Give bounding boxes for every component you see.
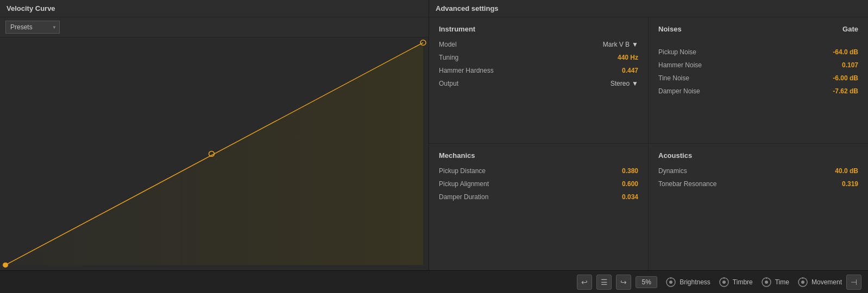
pickup-noise-row: Pickup Noise -64.0 dB <box>658 48 858 56</box>
tine-noise-label: Tine Noise <box>658 74 689 82</box>
dynamics-value[interactable]: 40.0 dB <box>835 167 858 175</box>
timbre-group: Timbre <box>718 276 753 288</box>
timbre-knob[interactable] <box>718 276 730 288</box>
movement-knob[interactable] <box>797 276 809 288</box>
main-content: Velocity Curve Presets Linear Soft Hard <box>0 0 868 270</box>
menu-button[interactable]: ☰ <box>596 275 612 290</box>
undo-button[interactable]: ↩ <box>577 275 592 290</box>
model-arrow: ▼ <box>632 41 638 48</box>
movement-group: Movement <box>797 276 842 288</box>
tine-noise-row: Tine Noise -6.00 dB <box>658 74 858 82</box>
tonebar-resonance-row: Tonebar Resonance 0.319 <box>658 180 858 188</box>
model-dropdown[interactable]: Mark V B ▼ <box>603 41 638 48</box>
model-row: Model Mark V B ▼ <box>439 41 638 48</box>
damper-duration-value[interactable]: 0.034 <box>622 193 638 201</box>
svg-point-15 <box>801 281 804 284</box>
velocity-curve-title: Velocity Curve <box>0 0 429 17</box>
noises-header: Noises <box>658 25 682 33</box>
pickup-distance-row: Pickup Distance 0.380 <box>439 167 638 175</box>
damper-noise-value[interactable]: -7.62 dB <box>833 87 858 95</box>
output-dropdown[interactable]: Stereo ▼ <box>611 80 638 87</box>
hammer-hardness-label: Hammer Hardness <box>439 67 494 74</box>
damper-noise-row: Damper Noise -7.62 dB <box>658 87 858 95</box>
menu-icon: ☰ <box>601 278 608 286</box>
presets-bar: Presets Linear Soft Hard <box>0 17 429 37</box>
svg-point-9 <box>722 281 726 284</box>
svg-point-6 <box>669 281 672 284</box>
presets-wrapper: Presets Linear Soft Hard <box>5 21 60 34</box>
end-handle-button[interactable]: ⊣ <box>846 275 861 290</box>
brightness-group: Brightness <box>665 276 710 288</box>
brightness-label: Brightness <box>680 278 710 286</box>
brightness-knob[interactable] <box>665 276 677 288</box>
tonebar-resonance-value[interactable]: 0.319 <box>842 180 858 188</box>
noises-section: Noises Gate Pickup Noise -64.0 dB Hammer… <box>649 17 868 144</box>
time-knob[interactable] <box>760 276 772 288</box>
svg-point-3 <box>420 40 426 46</box>
pickup-alignment-row: Pickup Alignment 0.600 <box>439 180 638 188</box>
model-value: Mark V B <box>603 41 630 48</box>
right-panel: Advanced settings Instrument Model Mark … <box>429 0 868 270</box>
redo-button[interactable]: ↪ <box>616 275 631 290</box>
dynamics-row: Dynamics 40.0 dB <box>658 167 858 175</box>
redo-icon: ↪ <box>620 278 627 286</box>
timbre-label: Timbre <box>733 278 753 286</box>
pickup-distance-value[interactable]: 0.380 <box>622 167 638 175</box>
tine-noise-value[interactable]: -6.00 dB <box>833 74 858 82</box>
hammer-noise-row: Hammer Noise 0.107 <box>658 61 858 69</box>
advanced-settings-title: Advanced settings <box>429 0 868 17</box>
hammer-noise-value[interactable]: 0.107 <box>842 61 858 69</box>
damper-noise-label: Damper Noise <box>658 87 700 95</box>
model-label: Model <box>439 41 457 48</box>
dynamics-label: Dynamics <box>658 167 687 175</box>
presets-dropdown[interactable]: Presets Linear Soft Hard <box>5 21 60 34</box>
settings-grid: Instrument Model Mark V B ▼ Tuning 440 H… <box>429 17 868 270</box>
left-panel: Velocity Curve Presets Linear Soft Hard <box>0 0 429 270</box>
output-value: Stereo <box>611 80 630 87</box>
instrument-header: Instrument <box>439 25 638 33</box>
gate-header: Gate <box>842 25 858 33</box>
tuning-value[interactable]: 440 Hz <box>618 54 638 61</box>
zoom-display: 5% <box>636 276 657 288</box>
damper-duration-row: Damper Duration 0.034 <box>439 193 638 201</box>
end-handle-icon: ⊣ <box>851 278 857 286</box>
output-row: Output Stereo ▼ <box>439 80 638 87</box>
output-label: Output <box>439 80 458 87</box>
tuning-label: Tuning <box>439 54 458 61</box>
hammer-hardness-row: Hammer Hardness 0.447 <box>439 67 638 74</box>
pickup-distance-label: Pickup Distance <box>439 167 486 175</box>
pickup-noise-value[interactable]: -64.0 dB <box>833 48 858 56</box>
undo-icon: ↩ <box>581 278 588 286</box>
svg-point-12 <box>765 281 768 284</box>
acoustics-section: Acoustics Dynamics 40.0 dB Tonebar Reson… <box>649 144 868 270</box>
tuning-row: Tuning 440 Hz <box>439 54 638 61</box>
mechanics-header: Mechanics <box>439 151 638 160</box>
tonebar-resonance-label: Tonebar Resonance <box>658 180 716 188</box>
pickup-alignment-value[interactable]: 0.600 <box>622 180 638 188</box>
velocity-canvas <box>0 37 429 270</box>
mechanics-section: Mechanics Pickup Distance 0.380 Pickup A… <box>429 144 649 270</box>
output-arrow: ▼ <box>632 80 638 87</box>
movement-label: Movement <box>812 278 842 286</box>
acoustics-header: Acoustics <box>658 151 858 160</box>
bottom-toolbar: ↩ ☰ ↪ 5% Brightness Timbre Time <box>0 270 868 293</box>
pickup-alignment-label: Pickup Alignment <box>439 180 489 188</box>
time-group: Time <box>760 276 789 288</box>
velocity-curve-svg <box>0 37 429 270</box>
instrument-section: Instrument Model Mark V B ▼ Tuning 440 H… <box>429 17 649 144</box>
hammer-noise-label: Hammer Noise <box>658 61 702 69</box>
hammer-hardness-value[interactable]: 0.447 <box>622 67 638 74</box>
damper-duration-label: Damper Duration <box>439 193 488 201</box>
svg-point-2 <box>3 263 8 268</box>
time-label: Time <box>775 278 789 286</box>
pickup-noise-label: Pickup Noise <box>658 48 696 56</box>
